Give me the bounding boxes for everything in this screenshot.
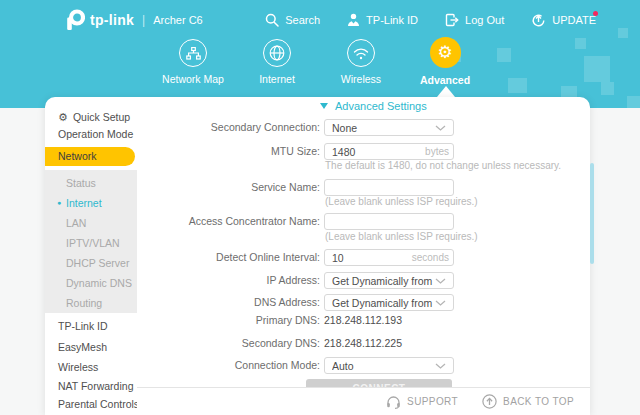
scrollbar-thumb[interactable] [590,163,594,264]
helper-text: (Leave blank unless ISP requires.) [325,231,478,243]
tplink-id-button[interactable]: TP-Link ID [347,13,418,27]
header-actions: Search TP-Link ID Log Out [265,0,596,40]
sidebar-item-easymesh[interactable]: EasyMesh [45,337,137,357]
submenu-item-iptv-vlan[interactable]: IPTV/VLAN [45,233,137,253]
headset-icon [386,395,401,409]
select-value: Get Dynamically from ISP [332,297,435,309]
access-concentrator-input[interactable] [324,213,454,230]
form-row-detect-interval: Detect Online Interval: seconds [137,249,590,266]
card-footer: SUPPORT BACK TO TOP [137,387,590,415]
sidebar-item-label: Operation Mode [58,128,133,140]
search-icon [265,13,279,27]
tplink-logo-icon [66,9,85,31]
back-to-top-label: BACK TO TOP [503,396,574,407]
active-tab-pointer [437,86,455,97]
brand-name: tp-link [90,12,134,28]
tab-internet[interactable]: Internet [235,39,319,86]
sidebar-item-tplink-id[interactable]: TP-Link ID [45,316,137,336]
tab-label: Advanced [420,74,470,86]
sidebar-item-nat-forwarding[interactable]: NAT Forwarding [45,376,137,396]
form-row-secondary-dns: Secondary DNS: 218.248.112.225 [137,336,590,350]
settings-card: ⚙Quick Setup Operation Mode Network Stat… [45,97,590,415]
tab-label: Internet [259,73,295,85]
collapse-triangle-icon [320,103,328,109]
sidebar-item-parental-controls[interactable]: Parental Controls [45,394,137,414]
chevron-down-icon [435,278,446,284]
decor-square [497,48,511,62]
form-row-ip-address: IP Address: Get Dynamically from ISP [137,272,590,289]
form-row-dns-address: DNS Address: Get Dynamically from ISP [137,294,590,311]
globe-icon [263,39,291,67]
decor-square [584,56,610,82]
sidebar-item-label: Network [58,150,97,162]
form-row-connection-mode: Connection Mode: Auto [137,357,590,374]
form-row-secondary-connection: Secondary Connection: None [137,119,590,136]
chevron-down-icon [435,300,446,306]
support-label: SUPPORT [407,396,458,407]
select-value: Auto [332,360,435,372]
main-nav-tabs: Network Map Internet Wireless [151,39,487,86]
update-notification-dot [593,11,598,16]
update-button[interactable]: UPDATE [531,13,596,28]
tab-advanced[interactable]: ⚙ Advanced [403,39,487,86]
decor-square [508,78,527,93]
form-row-service-name: Service Name: [137,179,590,196]
chevron-down-icon [435,125,446,131]
submenu-item-internet-active[interactable]: ● Internet [45,193,137,213]
submenu-item-status[interactable]: Status [45,173,137,193]
form-row-primary-dns: Primary DNS: 218.248.112.193 [137,313,590,327]
sidebar-item-operation-mode[interactable]: Operation Mode [45,124,137,144]
field-label: Access Concentrator Name: [137,213,320,230]
search-label: Search [285,14,320,26]
update-icon [531,13,546,28]
up-arrow-circle-icon [482,394,497,409]
advanced-settings-toggle[interactable]: Advanced Settings [320,99,427,113]
person-icon [347,13,360,27]
mtu-size-input[interactable] [324,143,454,160]
primary-dns-value: 218.248.112.193 [324,313,402,327]
tplink-logo[interactable]: tp-link | Archer C6 [66,9,203,31]
field-label: MTU Size: [137,143,320,160]
tab-wireless[interactable]: Wireless [319,39,403,86]
field-label: Secondary Connection: [137,119,320,136]
sidebar-item-wireless[interactable]: Wireless [45,357,137,377]
tab-network-map[interactable]: Network Map [151,39,235,86]
dns-address-select[interactable]: Get Dynamically from ISP [324,294,454,311]
submenu-item-dhcp-server[interactable]: DHCP Server [45,253,137,273]
network-submenu: Status ● Internet LAN IPTV/VLAN DHCP Ser… [45,170,137,313]
field-label: Secondary DNS: [137,336,320,350]
logout-button[interactable]: Log Out [445,13,504,27]
chevron-down-icon [435,363,446,369]
submenu-item-dynamic-dns[interactable]: Dynamic DNS [45,273,137,293]
tplink-id-label: TP-Link ID [366,14,418,26]
back-to-top-button[interactable]: BACK TO TOP [482,394,574,409]
secondary-connection-select[interactable]: None [324,119,454,136]
support-button[interactable]: SUPPORT [386,395,458,409]
internet-settings-form: Advanced Settings Secondary Connection: … [137,97,590,387]
router-admin-page: tp-link | Archer C6 Search TP-Link ID [0,0,640,415]
submenu-item-lan[interactable]: LAN [45,213,137,233]
model-name: Archer C6 [153,14,203,26]
submenu-item-routing[interactable]: Routing [45,293,137,313]
gear-icon: ⚙ [430,37,461,68]
field-label: DNS Address: [137,294,320,311]
active-bullet-icon: ● [57,193,61,213]
connection-mode-select[interactable]: Auto [324,357,454,374]
sidebar-item-network-selected[interactable]: Network [45,147,135,166]
logout-icon [445,13,459,27]
form-row-mtu-size: MTU Size: bytes [137,143,590,160]
decor-square [601,82,614,95]
update-label: UPDATE [552,14,596,26]
logout-label: Log Out [465,14,504,26]
connect-button[interactable]: CONNECT [306,379,452,387]
field-label: Primary DNS: [137,313,320,327]
field-label: Connection Mode: [137,357,320,374]
field-label: Service Name: [137,179,320,196]
tab-label: Wireless [341,73,381,85]
ip-address-select[interactable]: Get Dynamically from ISP [324,272,454,289]
secondary-dns-value: 218.248.112.225 [324,336,402,350]
helper-text: (Leave blank unless ISP requires.) [325,196,478,208]
service-name-input[interactable] [324,179,454,196]
search-button[interactable]: Search [265,13,320,27]
detect-interval-input[interactable] [324,249,454,266]
